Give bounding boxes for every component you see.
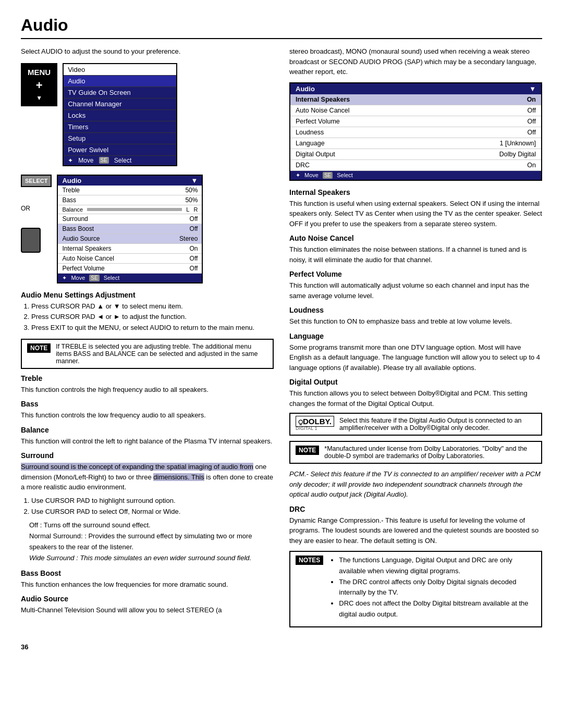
balance-text: This function will control the left to r… [21, 436, 274, 447]
audio-row-bass[interactable]: Bass 50% [58, 195, 202, 205]
surround-step-1: Use CURSOR PAD to highlight surround opt… [31, 496, 274, 507]
menu-box: MENU + ▼ [21, 63, 57, 106]
surround-off: Off : Turns off the surround sound effec… [29, 520, 274, 531]
audio-row-bassboost[interactable]: Bass Boost Off [58, 224, 202, 234]
bass-value: 50% [185, 196, 198, 204]
right-row-loudness[interactable]: Loudness Off [290, 127, 541, 138]
menu-item-setup[interactable]: Setup [64, 133, 176, 144]
loudness-heading: Loudness [289, 306, 542, 314]
menu-arrow-icon: ▼ [36, 94, 42, 102]
audio-row-treble[interactable]: Treble 50% [58, 186, 202, 195]
menu-item-timers[interactable]: Timers [64, 121, 176, 133]
right-row-drc[interactable]: DRC On [290, 160, 541, 171]
menu-item-audio[interactable]: Audio [64, 76, 176, 87]
perfectvol-heading: Perfect Volume [289, 270, 542, 278]
right-drc-value: On [527, 162, 536, 169]
surround-text1: Surround sound is the concept of expandi… [21, 462, 274, 492]
balance-heading: Balance [21, 426, 274, 434]
perfectvol-label: Perfect Volume [62, 265, 104, 272]
step-3: Press EXIT to quit the MENU, or select A… [31, 323, 274, 334]
surround-step-2: Use CURSOR PAD to select Off, Normal or … [31, 507, 274, 517]
submenu-move-arrow: ✦ [62, 275, 67, 281]
page-title: Audio [21, 16, 542, 39]
menu-item-tvguide[interactable]: TV Guide On Screen [64, 87, 176, 98]
menu-item-locks[interactable]: Locks [64, 110, 176, 121]
audio-settings-steps: Press CURSOR PAD ▲ or ▼ to select menu i… [31, 301, 274, 334]
right-row-autonoise[interactable]: Auto Noise Cancel Off [290, 105, 541, 116]
surround-highlight: Surround sound is the concept of expandi… [21, 463, 253, 471]
audio-row-perfectvol[interactable]: Perfect Volume Off [58, 264, 202, 274]
audio-row-balance[interactable]: Balance L R [58, 205, 202, 214]
audio-submenu-arrow: ▼ [191, 177, 198, 184]
right-digitalout-value: Dolby Digital [499, 151, 536, 158]
dolby-note-text: *Manufactured under license from Dolby L… [324, 445, 536, 460]
loudness-text: Set this function to ON to emphasize bas… [289, 316, 542, 327]
right-row-language[interactable]: Language 1 [Unknown] [290, 138, 541, 149]
menu-footer: ✦ Move SE Select [64, 156, 176, 165]
right-row-perfectvol[interactable]: Perfect Volume Off [290, 116, 541, 127]
menu-move-arrow: ✦ [68, 157, 73, 164]
internal-label: Internal Speakers [62, 245, 111, 252]
audio-row-autonoise[interactable]: Auto Noise Cancel Off [58, 254, 202, 264]
right-audio-menu: Audio ▼ Internal Speakers On Auto Noise … [289, 82, 542, 181]
right-intro-text: stereo broadcast), MONO (monaural sound)… [289, 46, 542, 77]
surround-highlight2: dimensions. This [153, 473, 204, 481]
right-loudness-label: Loudness [296, 129, 324, 136]
notes-box-drc: NOTES The functions Language, Digital Ou… [289, 551, 542, 627]
audiosource-text: Multi-Channel Television Sound will allo… [21, 605, 274, 615]
audio-submenu: Audio ▼ Treble 50% Bass 50% Balance L R [57, 175, 203, 283]
right-audio-arrow: ▼ [529, 85, 536, 93]
menu-item-powerswivel[interactable]: Power Swivel [64, 144, 176, 156]
surround-heading: Surround [21, 451, 274, 460]
left-intro-text: Select AUDIO to adjust the sound to your… [21, 46, 274, 57]
autonoise-heading: Auto Noise Cancel [289, 234, 542, 242]
audio-row-internal[interactable]: Internal Speakers On [58, 244, 202, 254]
audio-submenu-footer: ✦ Move SE Select [58, 274, 202, 282]
submenu-se-badge: SE [89, 275, 99, 281]
menu-item-video[interactable]: Video [64, 64, 176, 76]
balance-l: L [186, 206, 189, 213]
surround-value: Off [190, 215, 198, 223]
bassboost-text: This function enhances the low frequenci… [21, 579, 274, 590]
treble-heading: Treble [21, 374, 274, 382]
right-loudness-value: Off [528, 129, 536, 136]
autonoise-text: This function eliminates the noise betwe… [289, 244, 542, 265]
balance-label: Balance [62, 206, 83, 213]
language-text: Some programs transmit more than one DTV… [289, 342, 542, 373]
drc-notes-list: The functions Language, Digital Output a… [339, 555, 536, 620]
right-footer-se: SE [323, 172, 333, 179]
drc-note-3: DRC does not affect the Dolby Digital bi… [339, 598, 536, 620]
page-number: 36 [21, 643, 542, 651]
bassboost-label: Bass Boost [62, 225, 94, 232]
autonoise-value: Off [190, 255, 198, 262]
menu-label: MENU [28, 68, 51, 77]
right-audio-footer: ✦ Move SE Select [290, 171, 541, 180]
audio-row-surround[interactable]: Surround Off [58, 214, 202, 224]
step-2: Press CURSOR PAD ◄ or ► to adjust the fu… [31, 312, 274, 323]
bassboost-heading: Bass Boost [21, 569, 274, 577]
right-language-label: Language [296, 140, 325, 147]
audio-row-audiosource[interactable]: Audio Source Stereo [58, 234, 202, 244]
dolby-logo: ⍜DOLBY. [296, 416, 334, 427]
audio-submenu-header: Audio ▼ [58, 176, 202, 186]
select-button[interactable]: SELECT [21, 175, 52, 187]
drc-heading: DRC [289, 505, 542, 513]
menu-item-channel[interactable]: Channel Manager [64, 98, 176, 110]
audio-menu-settings-heading: Audio Menu Settings Adjustment [21, 291, 274, 299]
submenu-select-label: Select [104, 275, 120, 281]
bass-heading: Bass [21, 400, 274, 408]
bass-text: This function controls the low frequency… [21, 410, 274, 421]
note-box-treble: NOTE If TREBLE is selected you are adjus… [21, 339, 274, 369]
or-label: OR [21, 205, 52, 212]
drc-note-2: The DRC control affects only Dolby Digit… [339, 577, 536, 599]
language-heading: Language [289, 332, 542, 340]
dolby-text: Select this feature if the Digital Audio… [339, 417, 536, 431]
right-row-internal[interactable]: Internal Speakers On [290, 94, 541, 105]
step-1: Press CURSOR PAD ▲ or ▼ to select menu i… [31, 301, 274, 312]
right-row-digitalout[interactable]: Digital Output Dolby Digital [290, 149, 541, 160]
submenu-move-label: Move [71, 275, 85, 281]
right-footer-arrow: ✦ [296, 172, 300, 179]
internal-speakers-heading: Internal Speakers [289, 188, 542, 196]
bassboost-value: Off [190, 225, 198, 232]
balance-r: R [193, 206, 198, 213]
